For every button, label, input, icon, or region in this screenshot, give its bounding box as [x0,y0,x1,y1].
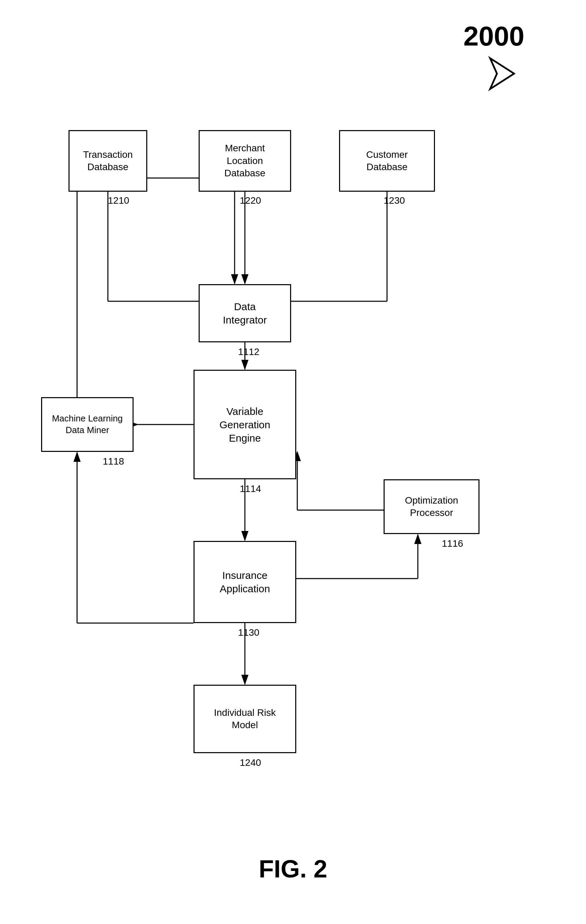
insurance-app-label: InsuranceApplication [220,569,270,596]
ml-data-miner-label: Machine LearningData Miner [52,413,123,436]
individual-risk-ref: 1240 [240,757,261,768]
merchant-db-label: MerchantLocationDatabase [224,142,266,180]
data-integrator-label: DataIntegrator [223,300,267,327]
merchant-db-ref: 1220 [240,195,261,206]
variable-gen-label: VariableGenerationEngine [220,405,270,445]
optimization-label: OptimizationProcessor [405,494,458,519]
data-integrator-box: DataIntegrator [199,284,291,342]
transaction-db-box: TransactionDatabase [68,130,147,192]
arrow-icon [483,55,521,94]
customer-db-label: CustomerDatabase [366,148,408,173]
transaction-db-ref: 1210 [108,195,129,206]
variable-gen-ref: 1114 [240,483,261,494]
ml-data-miner-ref: 1118 [103,456,124,467]
insurance-app-ref: 1130 [238,627,259,638]
insurance-app-box: InsuranceApplication [193,541,296,623]
svg-marker-0 [490,58,514,89]
customer-db-ref: 1230 [384,195,405,206]
page-container: 2000 [0,0,586,924]
fig-label: FIG. 2 [259,855,327,883]
individual-risk-box: Individual RiskModel [193,685,296,753]
merchant-db-box: MerchantLocationDatabase [199,130,291,192]
optimization-ref: 1116 [442,538,463,549]
individual-risk-label: Individual RiskModel [214,706,276,732]
variable-gen-box: VariableGenerationEngine [193,370,296,479]
optimization-box: OptimizationProcessor [384,479,479,534]
figure-number: 2000 [463,21,524,52]
customer-db-box: CustomerDatabase [339,130,435,192]
diagram: TransactionDatabase 1210 MerchantLocatio… [41,109,545,828]
ml-data-miner-box: Machine LearningData Miner [41,397,134,452]
transaction-db-label: TransactionDatabase [83,148,132,173]
data-integrator-ref: 1112 [238,346,259,357]
